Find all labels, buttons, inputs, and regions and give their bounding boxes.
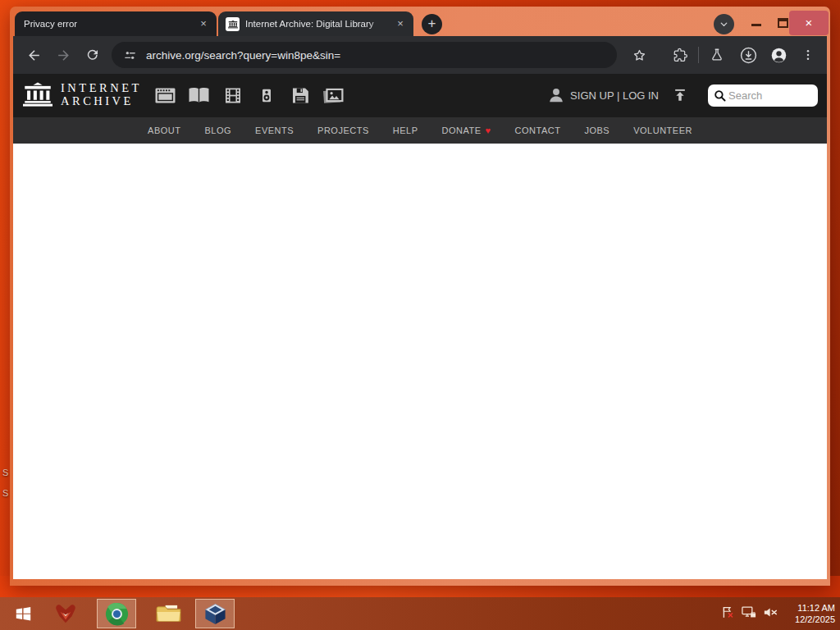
red-app-icon	[53, 602, 78, 625]
star-icon	[632, 48, 647, 63]
software-icon[interactable]	[289, 85, 311, 106]
taskbar: 11:12 AM 12/2/2025	[0, 597, 840, 630]
extensions-button[interactable]	[668, 43, 692, 67]
archive-nav-bar: ABOUT BLOG EVENTS PROJECTS HELP DONATE ♥…	[13, 117, 827, 144]
clock-date: 12/2/2025	[789, 614, 835, 625]
back-button[interactable]	[21, 43, 46, 67]
forward-button[interactable]	[51, 43, 75, 67]
minimize-button[interactable]	[751, 24, 761, 26]
taskbar-virtualbox-button[interactable]	[195, 599, 235, 628]
tab-strip[interactable]: Privacy error × Internet Archive: Digita…	[10, 7, 830, 36]
downloads-button[interactable]	[736, 43, 760, 67]
windows-logo-icon	[14, 605, 33, 623]
nav-help[interactable]: HELP	[393, 126, 418, 135]
web-icon[interactable]	[154, 85, 176, 106]
images-icon[interactable]	[322, 85, 345, 106]
nav-blog[interactable]: BLOG	[204, 126, 231, 135]
person-icon	[547, 86, 565, 104]
profile-button[interactable]	[766, 43, 791, 67]
taskbar-browser-button[interactable]	[97, 599, 136, 628]
taskbar-app-red[interactable]	[48, 599, 84, 628]
network-icon[interactable]	[741, 605, 757, 623]
search-icon	[713, 89, 727, 103]
desktop-icon-label-fragment: S	[2, 488, 8, 498]
taskbar-clock[interactable]: 11:12 AM 12/2/2025	[789, 602, 835, 626]
experiments-button[interactable]	[705, 43, 729, 67]
upload-icon	[672, 87, 688, 103]
archive-favicon	[226, 17, 240, 31]
chevron-down-icon	[719, 19, 729, 30]
tab-close-icon[interactable]: ×	[393, 16, 408, 31]
avatar-icon	[770, 47, 788, 64]
clock-time: 11:12 AM	[789, 602, 835, 614]
volume-muted-icon[interactable]	[763, 605, 778, 623]
forward-arrow-icon	[56, 48, 71, 63]
start-button[interactable]	[7, 599, 39, 628]
search-results-area	[13, 144, 827, 579]
archive-temple-icon	[23, 82, 52, 107]
archive-logo-text: INTERNET ARCHIVE	[61, 81, 142, 107]
nav-donate[interactable]: DONATE ♥	[442, 126, 491, 135]
folder-icon	[155, 603, 182, 625]
back-arrow-icon	[26, 48, 42, 63]
browser-toolbar: archive.org/search?query=win8pe&sin=	[13, 36, 827, 74]
kebab-menu-icon	[801, 48, 815, 62]
donate-heart-icon: ♥	[486, 126, 491, 135]
nav-events[interactable]: EVENTS	[255, 126, 294, 135]
nav-jobs[interactable]: JOBS	[584, 126, 609, 135]
system-tray: 11:12 AM 12/2/2025	[721, 597, 835, 630]
page-content: INTERNET ARCHIVE	[13, 74, 827, 579]
taskbar-explorer-button[interactable]	[149, 599, 187, 628]
tab-title: Privacy error	[15, 19, 193, 29]
tab-internet-archive[interactable]: Internet Archive: Digital Library ×	[218, 11, 413, 36]
signup-login-link[interactable]: SIGN UP | LOG IN	[570, 89, 659, 102]
browser-menu-button[interactable]	[796, 43, 820, 67]
new-tab-button[interactable]: +	[422, 14, 442, 34]
tab-search-button[interactable]	[714, 14, 734, 34]
tab-close-icon[interactable]: ×	[196, 16, 211, 31]
browser-icon	[104, 601, 130, 627]
bookmark-star-button[interactable]	[627, 43, 651, 67]
media-type-nav	[154, 85, 345, 106]
flask-icon	[710, 48, 724, 62]
account-links[interactable]: SIGN UP | LOG IN	[547, 84, 691, 106]
desktop: S S Privacy error × Internet Archive: Di…	[0, 0, 840, 630]
video-icon[interactable]	[221, 85, 244, 106]
virtualbox-cube-icon	[203, 602, 227, 626]
reload-button[interactable]	[80, 43, 105, 67]
tab-privacy-error[interactable]: Privacy error ×	[15, 11, 217, 36]
search-input[interactable]	[727, 89, 806, 103]
nav-contact[interactable]: CONTACT	[515, 126, 561, 135]
archive-logo[interactable]: INTERNET ARCHIVE	[23, 81, 142, 107]
url-text[interactable]: archive.org/search?query=win8pe&sin=	[146, 49, 340, 62]
site-settings-icon[interactable]	[123, 48, 137, 62]
nav-about[interactable]: ABOUT	[148, 126, 180, 135]
puzzle-icon	[673, 48, 688, 63]
close-button[interactable]: ×	[789, 11, 829, 35]
download-icon	[739, 46, 758, 65]
action-center-flag-icon[interactable]	[721, 605, 735, 623]
nav-volunteer[interactable]: VOLUNTEER	[633, 126, 692, 135]
reload-icon	[85, 48, 100, 62]
toolbar-divider	[698, 47, 699, 63]
archive-search-box[interactable]	[708, 84, 818, 107]
archive-header: INTERNET ARCHIVE	[13, 74, 827, 117]
texts-icon[interactable]	[188, 85, 210, 106]
nav-projects[interactable]: PROJECTS	[317, 126, 369, 135]
tab-title: Internet Archive: Digital Library	[245, 19, 390, 29]
upload-button[interactable]	[669, 84, 691, 106]
restore-button[interactable]	[778, 18, 788, 28]
nav-donate-label: DONATE	[442, 126, 482, 135]
browser-window: Privacy error × Internet Archive: Digita…	[10, 7, 830, 586]
audio-icon[interactable]	[255, 85, 277, 106]
url-bar[interactable]: archive.org/search?query=win8pe&sin=	[112, 42, 617, 68]
desktop-icon-label-fragment: S	[2, 468, 8, 477]
